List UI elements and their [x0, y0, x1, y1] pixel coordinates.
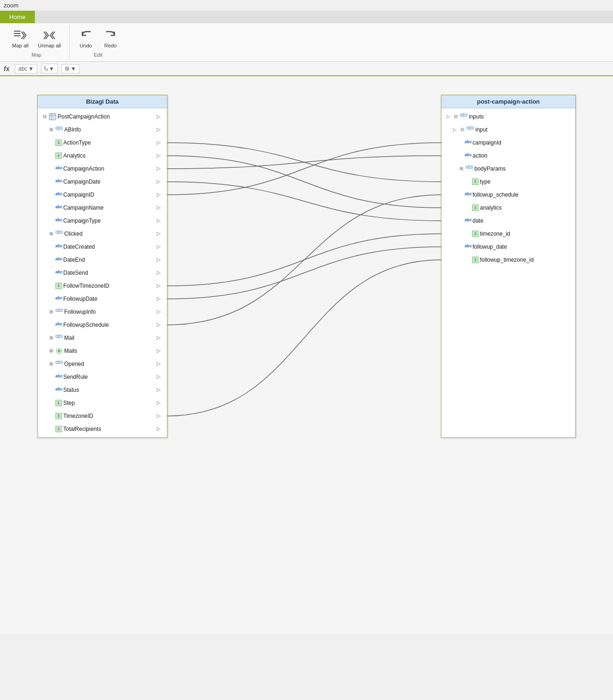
abc-icon: abc — [55, 244, 62, 250]
tree-item-campaignId[interactable]: abc campaignId — [441, 136, 575, 149]
ribbon-group-edit: Undo Redo Edit — [70, 25, 127, 59]
settings-dropdown[interactable]: ⚙ ▼ — [61, 64, 80, 73]
bizagi-data-header: Bizagi Data — [38, 95, 167, 108]
svg-rect-2 — [14, 35, 20, 36]
tree-item-CampaignID[interactable]: · abc CampaignID ▷ — [38, 188, 167, 201]
map-all-button[interactable]: Map all — [9, 27, 31, 49]
tree-item-CampaignName[interactable]: · abc CampaignName ▷ — [38, 201, 167, 214]
tree-item-followup_schedule[interactable]: abc followup_schedule — [441, 188, 575, 201]
tree-item-FollowupDate[interactable]: · abc FollowupDate ▷ — [38, 292, 167, 305]
map-all-label: Map all — [12, 43, 28, 48]
tree-item-date[interactable]: abc date — [441, 214, 575, 227]
group-icon — [466, 165, 473, 172]
redo-icon — [103, 28, 118, 43]
tree-item-ActionType[interactable]: · 1 ActionType ▷ — [38, 136, 167, 149]
svg-rect-14 — [59, 335, 62, 337]
table-icon — [49, 113, 56, 120]
abc-icon: abc — [465, 218, 471, 224]
abc-icon: abc — [55, 192, 62, 198]
svg-rect-1 — [14, 33, 20, 34]
undo-button[interactable]: Undo — [75, 27, 96, 49]
bizagi-data-body: ⊟ PostCampaignAction ▷ ⊞ — [38, 108, 167, 437]
unmap-all-button[interactable]: Unmap all — [35, 27, 64, 49]
tree-item-PostCampaignAction[interactable]: ⊟ PostCampaignAction ▷ — [38, 110, 167, 123]
group-icon — [55, 334, 63, 342]
label-PostCampaignAction: PostCampaignAction — [58, 113, 110, 120]
tree-item-timezone_id[interactable]: · 1 timezone_id — [441, 227, 575, 240]
tree-item-TotalRecipients[interactable]: · 1 TotalRecipients ▷ — [38, 423, 167, 436]
panels-container: Bizagi Data ⊟ PostCampaignAction ▷ — [37, 95, 576, 438]
func-dropdown[interactable]: f0 ▼ — [41, 64, 58, 73]
tree-item-analytics[interactable]: · 1 analytics — [441, 201, 575, 214]
tree-item-FollowupInfo[interactable]: ⊞ FollowupInfo ▷ — [38, 305, 167, 318]
group-icon — [466, 126, 474, 133]
tree-item-Opened[interactable]: ⊞ Opened ▷ — [38, 357, 167, 370]
title-bar: zoom — [0, 0, 613, 11]
redo-label: Redo — [104, 43, 116, 48]
expand-PostCampaignAction[interactable]: ⊟ — [41, 113, 48, 120]
tree-item-type[interactable]: · 1 type — [441, 175, 575, 188]
type-dropdown-value: abc — [18, 66, 27, 72]
tree-item-CampaignType[interactable]: · abc CampaignType ▷ — [38, 214, 167, 227]
tree-item-CampaignDate[interactable]: · abc CampaignDate ▷ — [38, 175, 167, 188]
title-label: zoom — [4, 2, 19, 9]
num-icon: 1 — [472, 205, 479, 211]
tree-item-Status[interactable]: · abc Status ▷ — [38, 383, 167, 396]
ribbon: Map all Unmap all Map — [0, 23, 613, 62]
abc-icon: abc — [55, 296, 62, 302]
group-icon — [55, 230, 63, 238]
tree-item-input[interactable]: ▷ ⊟ input — [441, 123, 575, 136]
map-arrow-PostCampaignAction[interactable]: ▷ — [157, 113, 163, 120]
tree-item-DateCreated[interactable]: · abc DateCreated ▷ — [38, 240, 167, 253]
num-icon: 1 — [472, 178, 479, 185]
canvas: Bizagi Data ⊟ PostCampaignAction ▷ — [0, 76, 613, 634]
abc-icon: abc — [465, 139, 471, 146]
svg-rect-7 — [59, 127, 62, 129]
tree-item-Mail[interactable]: ⊞ Mail ▷ — [38, 331, 167, 344]
num-icon: 1 — [55, 426, 62, 432]
tree-item-Analytics[interactable]: · 1 Analytics ▷ — [38, 149, 167, 162]
tree-item-followup_timezone_id[interactable]: · 1 followup_timezone_id — [441, 253, 575, 266]
tree-item-bodyParams[interactable]: ⊞ bodyParams — [441, 162, 575, 175]
tree-item-Step[interactable]: · 1 Step ▷ — [38, 396, 167, 409]
tree-item-ABInfo[interactable]: ⊞ ABInfo ▷ — [38, 123, 167, 136]
abc-icon: abc — [465, 152, 471, 159]
tree-item-CampaignAction[interactable]: · abc CampaignAction ▷ — [38, 162, 167, 175]
fx-label: fx — [4, 65, 9, 73]
tree-item-DateSend[interactable]: · abc DateSend ▷ — [38, 266, 167, 279]
abc-icon: abc — [55, 257, 62, 263]
tree-item-SendRule[interactable]: · abc SendRule ▷ — [38, 370, 167, 383]
abc-icon: abc — [55, 387, 62, 393]
tree-item-Clicked[interactable]: ⊞ Clicked ▷ — [38, 227, 167, 240]
svg-rect-10 — [59, 231, 62, 233]
group2-icon — [55, 347, 63, 355]
tree-item-FollowTimezoneID[interactable]: · 1 FollowTimezoneID ▷ — [38, 279, 167, 292]
abc-icon: abc — [55, 165, 62, 172]
bizagi-data-panel: Bizagi Data ⊟ PostCampaignAction ▷ — [37, 95, 167, 438]
edit-buttons: Undo Redo — [75, 27, 121, 49]
num-icon: 1 — [472, 257, 479, 263]
unmap-all-icon — [42, 28, 57, 43]
svg-point-16 — [58, 350, 60, 352]
abc-icon: abc — [55, 178, 62, 185]
tree-item-Mails[interactable]: ⊞ Mails ▷ — [38, 344, 167, 357]
tree-item-inputs[interactable]: ▷ ⊟ inputs — [441, 110, 575, 123]
tree-item-DateEnd[interactable]: · abc DateEnd ▷ — [38, 253, 167, 266]
type-dropdown-arrow: ▼ — [28, 66, 34, 72]
tree-item-followup_date[interactable]: abc followup_date — [441, 240, 575, 253]
map-buttons: Map all Unmap all — [9, 27, 64, 49]
tree-item-FollowupSchedule[interactable]: · abc FollowupSchedule ▷ — [38, 318, 167, 331]
post-campaign-action-header: post-campaign-action — [441, 95, 575, 108]
ribbon-group-map: Map all Unmap all Map — [4, 25, 70, 59]
tree-item-TimezoneID[interactable]: · 1 TimezoneID ▷ — [38, 409, 167, 423]
tab-home[interactable]: Home — [0, 11, 35, 23]
abc-icon: abc — [55, 322, 62, 328]
num-icon: 1 — [55, 139, 62, 146]
type-dropdown[interactable]: abc ▼ — [15, 64, 37, 73]
svg-rect-24 — [469, 166, 473, 168]
map-group-label: Map — [32, 52, 41, 58]
formula-bar: fx abc ▼ f0 ▼ ⚙ ▼ — [0, 62, 613, 76]
abc-icon: abc — [465, 192, 471, 198]
tree-item-action[interactable]: abc action — [441, 149, 575, 162]
redo-button[interactable]: Redo — [100, 27, 121, 49]
